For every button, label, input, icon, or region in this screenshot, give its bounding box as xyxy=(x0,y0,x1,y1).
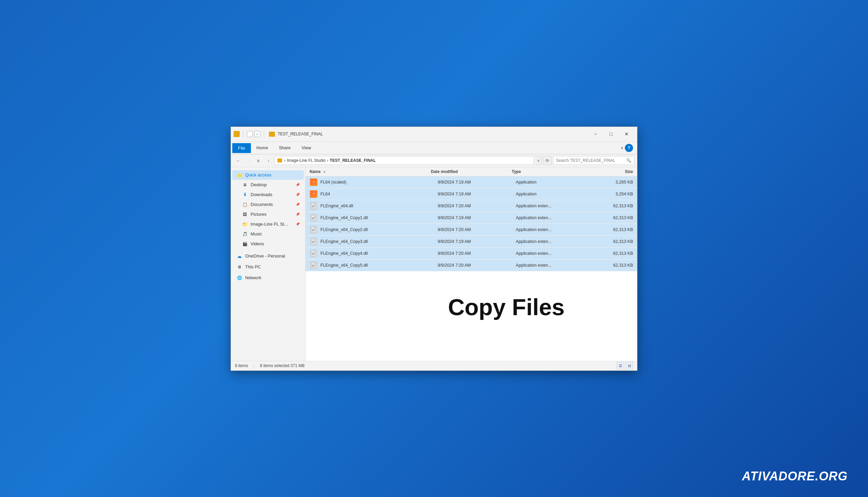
sidebar-item-documents[interactable]: 📋 Documents 📌 xyxy=(232,200,304,209)
sidebar-item-image-line[interactable]: 📁 Image-Line FL St... 📌 xyxy=(232,219,304,229)
separator2 xyxy=(264,131,264,138)
sidebar-item-quick-access[interactable]: ⭐ Quick access xyxy=(232,170,304,180)
item-count: 8 items xyxy=(235,363,248,368)
column-name-header[interactable]: Name ∧ xyxy=(310,169,431,174)
table-row[interactable]: FLEngine_x64_Copy5.dll 9/9/2024 7:20 AM … xyxy=(306,259,637,271)
path-folder-icon xyxy=(277,158,282,162)
window-title: TEST_RELEASE_FINAL xyxy=(278,132,323,137)
page-icon xyxy=(247,131,253,137)
table-row[interactable]: FL64 9/9/2024 7:19 AM Application 3,254 … xyxy=(306,188,637,200)
sidebar-label-this-pc: This PC xyxy=(245,264,261,269)
file-size: 3,254 KB xyxy=(594,192,633,196)
column-date-header[interactable]: Date modified xyxy=(431,169,512,174)
sidebar-item-network[interactable]: 🌐 Network xyxy=(232,273,304,283)
svg-rect-21 xyxy=(312,242,314,243)
table-row[interactable]: FLEngine_x64_Copy1.dll 9/9/2024 7:19 AM … xyxy=(306,212,637,224)
back-button[interactable]: ← xyxy=(234,156,242,165)
ribbon-right: ∨ ? xyxy=(620,144,636,152)
main-area: ⭐ Quick access 🖥 Desktop 📌 ⬇ Downloads 📌… xyxy=(231,167,637,361)
address-path[interactable]: › Image-Line FL Studio › TEST_RELEASE_FI… xyxy=(274,156,534,165)
svg-marker-23 xyxy=(315,251,316,252)
details-view-button[interactable]: ☰ xyxy=(617,362,624,369)
sidebar-item-pictures[interactable]: 🖼 Pictures 📌 xyxy=(232,210,304,219)
dll-file-icon xyxy=(310,238,317,245)
music-icon: 🎵 xyxy=(242,231,248,237)
table-row[interactable]: FL64 (scaled) 9/9/2024 7:19 AM Applicati… xyxy=(306,176,637,188)
file-name: FL64 xyxy=(320,192,438,196)
tab-home[interactable]: Home xyxy=(251,143,274,152)
dll-file-icon xyxy=(310,214,317,222)
sidebar-label-network: Network xyxy=(245,275,261,280)
search-input[interactable] xyxy=(556,158,626,163)
file-name: FLEngine_x64_Copy4.dll xyxy=(320,251,438,256)
onedrive-icon: ☁ xyxy=(236,253,242,259)
search-box[interactable]: 🔍 xyxy=(553,156,634,165)
close-button[interactable]: ✕ xyxy=(619,129,634,139)
file-header-row: Name ∧ Date modified Type Size xyxy=(306,167,637,176)
tiles-view-button[interactable]: ⊟ xyxy=(626,362,633,369)
file-type: Application exten... xyxy=(516,203,594,208)
sidebar-item-downloads[interactable]: ⬇ Downloads 📌 xyxy=(232,190,304,199)
file-icon xyxy=(310,261,318,269)
recent-locations-button[interactable]: ∨ xyxy=(254,156,263,165)
ribbon-collapse-button[interactable]: ∨ xyxy=(620,145,623,150)
minimize-button[interactable]: − xyxy=(588,129,603,139)
svg-rect-20 xyxy=(312,241,315,242)
tab-view[interactable]: View xyxy=(296,143,317,152)
table-row[interactable]: FLEngine_x64_Copy2.dll 9/9/2024 7:20 AM … xyxy=(306,224,637,236)
sidebar-item-this-pc[interactable]: 🖥 This PC xyxy=(232,262,304,272)
status-separator: | xyxy=(254,363,255,368)
table-row[interactable]: FLEngine_x64.dll 9/9/2024 7:20 AM Applic… xyxy=(306,200,637,212)
svg-rect-25 xyxy=(312,254,314,255)
file-name: FL64 (scaled) xyxy=(320,180,438,185)
table-row[interactable]: FLEngine_x64_Copy3.dll 9/9/2024 7:19 AM … xyxy=(306,236,637,248)
file-size: 62,313 KB xyxy=(594,227,633,232)
file-date: 9/9/2024 7:20 AM xyxy=(438,227,516,232)
downloads-icon: ⬇ xyxy=(242,192,248,198)
tab-file[interactable]: File xyxy=(232,143,251,153)
file-size: 3,265 KB xyxy=(594,180,633,185)
pin-icon-pictures: 📌 xyxy=(296,212,300,216)
maximize-button[interactable]: □ xyxy=(603,129,619,139)
documents-icon: 📋 xyxy=(242,201,248,208)
file-size: 62,313 KB xyxy=(594,251,633,256)
up-button[interactable]: ↑ xyxy=(264,156,273,165)
check-icon: ✓ xyxy=(254,131,261,137)
status-right: ☰ ⊟ xyxy=(617,362,633,369)
refresh-button[interactable]: ⟳ xyxy=(543,156,551,165)
file-icon xyxy=(310,190,318,198)
separator xyxy=(243,131,244,138)
file-icon xyxy=(310,202,318,210)
forward-button[interactable]: → xyxy=(244,156,253,165)
sidebar-label-quick-access: Quick access xyxy=(245,172,271,178)
file-size: 62,313 KB xyxy=(594,215,633,220)
watermark: ATIVADORE.ORG xyxy=(742,469,848,483)
column-size-header[interactable]: Size xyxy=(593,169,633,174)
svg-marker-19 xyxy=(315,239,316,240)
file-date: 9/9/2024 7:19 AM xyxy=(438,180,516,185)
file-type: Application exten... xyxy=(516,215,594,220)
file-size: 62,313 KB xyxy=(594,203,633,208)
svg-rect-16 xyxy=(312,229,315,230)
file-date: 9/9/2024 7:20 AM xyxy=(438,251,516,256)
dll-file-icon xyxy=(310,250,317,257)
file-name: FLEngine_x64.dll xyxy=(320,203,438,208)
sidebar-label-pictures: Pictures xyxy=(251,212,266,217)
file-icon xyxy=(310,238,318,246)
sort-indicator: ∧ xyxy=(323,170,325,174)
tab-share[interactable]: Share xyxy=(274,143,296,152)
help-button[interactable]: ? xyxy=(625,144,633,152)
pin-icon-desktop: 📌 xyxy=(296,183,300,187)
quick-access-icon: ⭐ xyxy=(236,172,242,178)
file-type: Application xyxy=(516,180,594,185)
folder-icon xyxy=(234,131,240,137)
table-row[interactable]: FLEngine_x64_Copy4.dll 9/9/2024 7:20 AM … xyxy=(306,248,637,259)
address-dropdown-button[interactable]: ∨ xyxy=(535,156,542,165)
sidebar-item-desktop[interactable]: 🖥 Desktop 📌 xyxy=(232,180,304,190)
app-file-icon xyxy=(310,179,318,186)
file-type: Application exten... xyxy=(516,251,594,256)
sidebar-item-music[interactable]: 🎵 Music xyxy=(232,229,304,239)
sidebar-item-onedrive[interactable]: ☁ OneDrive - Personal xyxy=(232,251,304,261)
column-type-header[interactable]: Type xyxy=(512,169,593,174)
sidebar-item-videos[interactable]: 🎬 Videos xyxy=(232,239,304,248)
